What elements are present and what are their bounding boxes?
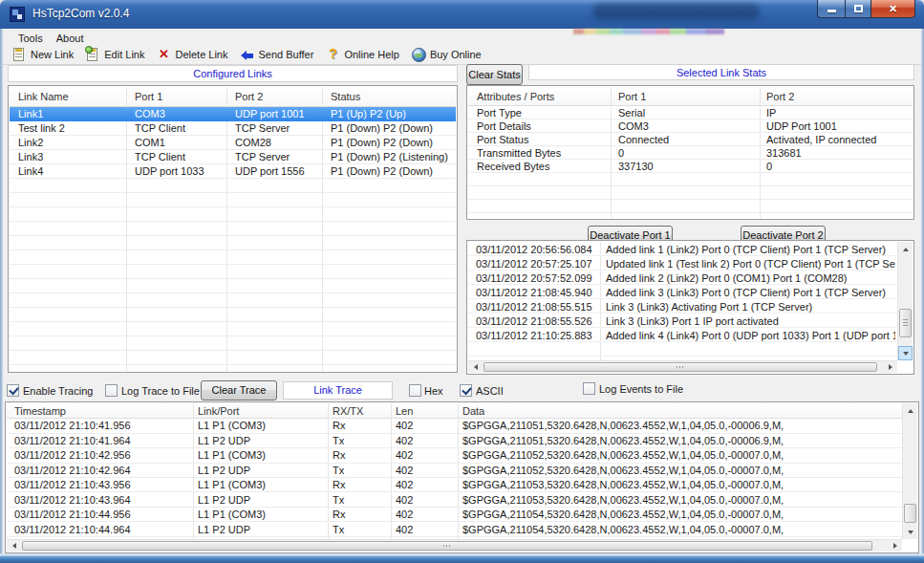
ascii-checkbox[interactable] <box>460 384 472 397</box>
link-row-link1[interactable]: Link1 COM3 UDP port 1001 P1 (Up) P2 (Up) <box>10 107 456 121</box>
maximize-button[interactable] <box>845 0 871 18</box>
event-row[interactable]: 03/11/2012 21:08:55.526 Link 3 (Link3) P… <box>468 314 897 329</box>
trace-row[interactable]: 03/11/2012 21:10:44.964 L1 P2 UDP Tx 402… <box>7 523 902 538</box>
column-link-name[interactable]: Link Name <box>18 87 131 107</box>
event-message: Link 3 (Link3) Port 1 IP port activated <box>606 314 895 329</box>
arrow-down-icon <box>908 531 913 537</box>
send-buffer-button[interactable]: Send Buffer <box>237 46 323 63</box>
trace-len: 402 <box>396 493 455 509</box>
column-len[interactable]: Len <box>396 403 455 419</box>
stats-row-port-status[interactable]: Port Status Connected Activated, IP conn… <box>468 133 913 146</box>
menu-tools[interactable]: Tools <box>11 32 50 45</box>
scroll-thumb[interactable] <box>483 362 877 372</box>
column-stats-port1[interactable]: Port 1 <box>618 87 762 106</box>
column-data[interactable]: Data <box>462 403 900 419</box>
event-timestamp: 03/11/2012 20:57:52.099 <box>476 271 598 286</box>
scroll-left-button[interactable] <box>468 361 483 373</box>
scroll-thumb[interactable] <box>899 309 912 337</box>
scroll-down-button[interactable] <box>898 346 913 360</box>
column-stats-port2[interactable]: Port 2 <box>766 87 910 106</box>
clear-trace-button[interactable]: Clear Trace <box>201 380 277 401</box>
close-button[interactable]: ✕ <box>871 0 915 18</box>
minimize-button[interactable] <box>817 0 845 18</box>
trace-vertical-scrollbar[interactable] <box>902 403 917 539</box>
trace-link-port: L1 P1 (COM3) <box>198 448 324 464</box>
buy-online-button[interactable]: Buy Online <box>408 46 490 63</box>
edit-link-button[interactable]: Edit Link <box>82 46 153 63</box>
event-row[interactable]: 03/11/2012 21:08:55.515 Link 3 (Link3) A… <box>468 300 897 314</box>
event-timestamp: 03/11/2012 21:10:25.883 <box>476 329 598 343</box>
delete-link-icon: ✕ <box>156 47 171 62</box>
events-vertical-scrollbar[interactable] <box>897 242 913 360</box>
stat-port1-value: 337130 <box>618 160 762 173</box>
menu-about[interactable]: About <box>50 32 91 45</box>
scroll-right-button[interactable] <box>883 361 897 373</box>
event-row[interactable]: 03/11/2012 20:57:25.107 Updated link 1 (… <box>468 257 897 271</box>
scroll-up-button[interactable] <box>898 242 913 256</box>
column-port2[interactable]: Port 2 <box>235 87 327 107</box>
stat-port2-value: 0 <box>766 160 910 173</box>
online-help-button[interactable]: ? Online Help <box>322 46 407 63</box>
trace-timestamp: 03/11/2012 21:10:42.964 <box>14 464 191 479</box>
stat-attribute: Port Details <box>477 119 613 133</box>
stats-row-transmitted-bytes[interactable]: Transmitted Bytes 0 313681 <box>468 146 913 160</box>
trace-row[interactable]: 03/11/2012 21:10:44.956 L1 P1 (COM3) Rx … <box>7 508 902 523</box>
thumb-grip <box>677 366 683 368</box>
link-port2: UDP port 1001 <box>235 107 327 121</box>
link-name: Link1 <box>18 107 131 121</box>
events-horizontal-scrollbar[interactable] <box>468 360 897 373</box>
trace-row[interactable]: 03/11/2012 21:10:42.964 L1 P2 UDP Tx 402… <box>7 464 902 479</box>
scroll-thumb[interactable] <box>904 504 916 523</box>
delete-link-button[interactable]: ✕ Delete Link <box>153 46 236 63</box>
stats-row-received-bytes[interactable]: Received Bytes 337130 0 <box>468 160 913 173</box>
stat-attribute: Transmitted Bytes <box>477 146 613 160</box>
log-trace-to-file-checkbox[interactable] <box>105 384 118 397</box>
link-trace-field[interactable]: Link Trace <box>283 381 393 400</box>
trace-data: $GPGGA,211053,5320.6428,N,00623.4552,W,1… <box>462 493 900 509</box>
hex-checkbox[interactable] <box>409 384 421 397</box>
online-help-icon: ? <box>325 47 340 62</box>
link-row-test-link-2[interactable]: Test link 2 TCP Client TCP Server P1 (Do… <box>10 121 456 136</box>
link-row-link2[interactable]: Link2 COM1 COM28 P1 (Down) P2 (Down) <box>10 136 456 150</box>
link-status: P1 (Down) P2 (Down) <box>331 121 455 136</box>
window-border-bottom <box>0 553 924 563</box>
event-timestamp: 03/11/2012 20:56:56.084 <box>476 243 598 257</box>
stats-row-port-type[interactable]: Port Type Serial IP <box>468 106 913 119</box>
clear-stats-button[interactable]: Clear Stats <box>466 64 523 85</box>
column-port1[interactable]: Port 1 <box>135 87 230 107</box>
trace-row[interactable]: 03/11/2012 21:10:41.964 L1 P2 UDP Tx 402… <box>7 434 902 449</box>
column-status[interactable]: Status <box>331 87 455 107</box>
new-link-button[interactable]: New Link <box>9 46 82 63</box>
scroll-thumb[interactable] <box>22 541 872 551</box>
column-rx-tx[interactable]: RX/TX <box>333 403 388 419</box>
stats-row-port-details[interactable]: Port Details COM3 UDP Port 1001 <box>468 119 913 133</box>
event-message: Added link 1 (Link2) Port 0 (TCP Client)… <box>606 243 895 257</box>
link-row-link4[interactable]: Link4 UDP port 1033 UDP port 1556 P1 (Do… <box>10 164 456 179</box>
event-timestamp: 03/11/2012 21:08:45.940 <box>476 286 598 300</box>
event-row[interactable]: 03/11/2012 21:10:25.883 Added link 4 (Li… <box>468 329 897 343</box>
enable-tracing-checkbox[interactable] <box>7 384 19 397</box>
log-events-to-file-checkbox[interactable] <box>583 382 595 395</box>
scroll-up-button[interactable] <box>903 403 917 418</box>
link-port2: COM28 <box>235 136 327 150</box>
titlebar: HsTcp2Com v2.0.4 ✕ <box>0 0 924 29</box>
trace-horizontal-scrollbar[interactable] <box>7 539 902 552</box>
event-timestamp: 03/11/2012 21:08:55.526 <box>476 314 598 329</box>
trace-table: Timestamp Link/Port RX/TX Len Data 03/11… <box>5 401 919 553</box>
event-row[interactable]: 03/11/2012 20:56:56.084 Added link 1 (Li… <box>468 243 897 257</box>
column-timestamp[interactable]: Timestamp <box>14 403 191 419</box>
event-row[interactable]: 03/11/2012 21:08:45.940 Added link 3 (Li… <box>468 286 897 300</box>
scroll-down-button[interactable] <box>903 525 917 539</box>
trace-row[interactable]: 03/11/2012 21:10:41.956 L1 P1 (COM3) Rx … <box>7 419 902 434</box>
link-row-link3[interactable]: Link3 TCP Client TCP Server P1 (Down) P2… <box>10 150 456 164</box>
column-link-port[interactable]: Link/Port <box>198 403 324 419</box>
scroll-right-button[interactable] <box>888 540 902 552</box>
column-attributes[interactable]: Attributes / Ports <box>477 87 613 106</box>
trace-row[interactable]: 03/11/2012 21:10:43.956 L1 P1 (COM3) Rx … <box>7 478 902 493</box>
menu-bar: Tools About <box>3 30 921 46</box>
scroll-left-button[interactable] <box>7 540 21 552</box>
trace-row[interactable]: 03/11/2012 21:10:43.964 L1 P2 UDP Tx 402… <box>7 493 902 509</box>
event-row[interactable]: 03/11/2012 20:57:52.099 Added link 2 (Li… <box>468 271 897 286</box>
trace-rx-tx: Rx <box>333 419 388 434</box>
trace-row[interactable]: 03/11/2012 21:10:42.956 L1 P1 (COM3) Rx … <box>7 448 902 464</box>
